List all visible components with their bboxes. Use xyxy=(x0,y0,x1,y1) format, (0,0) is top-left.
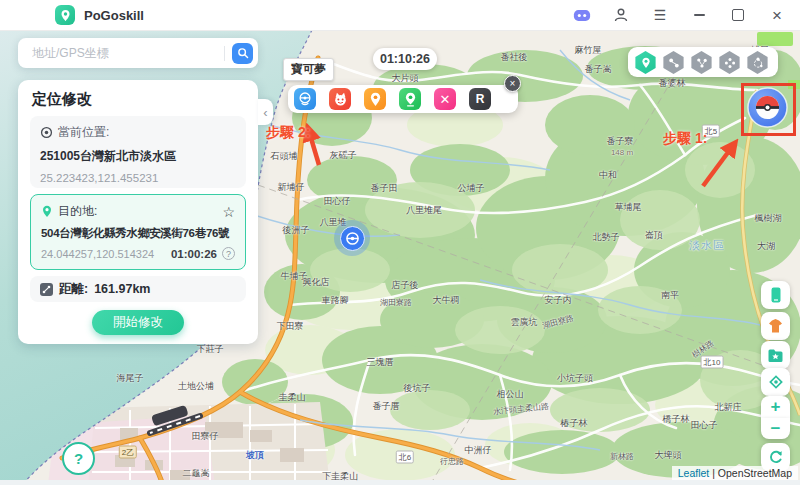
distance-box: 距離: 161.97km xyxy=(30,276,246,302)
current-location-marker[interactable] xyxy=(334,220,370,256)
osm-link[interactable]: OpenStreetMap xyxy=(718,467,792,479)
chevron-left-icon: ‹ xyxy=(263,105,267,120)
collapse-panel-button[interactable]: ‹ xyxy=(258,99,273,125)
favorite-star-icon[interactable]: ☆ xyxy=(222,204,235,220)
green-spot-icon[interactable] xyxy=(399,88,421,110)
minimize-button[interactable] xyxy=(690,6,708,24)
maximize-button[interactable] xyxy=(729,6,747,24)
step1-label: 步驟 1: xyxy=(663,130,707,148)
pink-x-icon[interactable]: ✕ xyxy=(434,88,456,110)
teleport-mode-icon[interactable] xyxy=(634,51,657,74)
distance-icon xyxy=(40,283,53,296)
search-divider xyxy=(224,46,225,61)
search-icon xyxy=(237,47,249,59)
app-logo-icon xyxy=(55,5,75,25)
account-icon[interactable] xyxy=(612,6,630,24)
pokeball-outline-icon xyxy=(340,226,365,251)
orange-spot-icon[interactable] xyxy=(364,88,386,110)
locate-icon xyxy=(768,374,784,390)
cooldown-shirt-button[interactable] xyxy=(761,312,790,340)
cooldown-help-icon[interactable]: ? xyxy=(222,247,235,260)
destination-box[interactable]: 目的地: ☆ 504台灣彰化縣秀水鄉安溪街76巷76號 24.044257,12… xyxy=(30,194,246,270)
destination-address: 504台灣彰化縣秀水鄉安溪街76巷76號 xyxy=(41,226,235,241)
zoom-out-button[interactable]: − xyxy=(761,418,790,439)
joystick-mode-icon[interactable] xyxy=(718,51,741,74)
distance-label: 距離: xyxy=(59,281,88,298)
mode-bar xyxy=(628,47,778,77)
search-button[interactable] xyxy=(232,43,253,64)
search-bar xyxy=(18,38,258,68)
close-button[interactable]: × xyxy=(768,6,786,24)
game-tooltip: 寶可夢 xyxy=(283,58,334,81)
games-toolbar: ✕ R xyxy=(288,85,518,113)
search-input[interactable] xyxy=(30,45,224,61)
current-location-box: 當前位置: 251005台灣新北市淡水區 25.223423,121.45523… xyxy=(30,116,246,188)
route-loop-mode-icon[interactable] xyxy=(746,51,769,74)
device-icon xyxy=(768,286,784,304)
collection-folder-button[interactable] xyxy=(761,341,790,369)
location-panel: 定位修改 ‹ 當前位置: 251005台灣新北市淡水區 25.223423,12… xyxy=(18,80,258,344)
app-window: 麻竹屋番社後埔尾番子嵩大片頭番婆林北5石頭埔灰磘子新埔仔番子田公埔子八里堆尾田心… xyxy=(0,0,800,485)
monster-hunter-icon[interactable] xyxy=(329,88,351,110)
pokemon-go-icon[interactable] xyxy=(294,88,316,110)
pokeball-icon xyxy=(747,87,788,128)
current-coords: 25.223423,121.455231 xyxy=(40,172,236,184)
help-button[interactable]: ? xyxy=(62,442,95,475)
destination-pokeball-marker[interactable] xyxy=(747,87,788,128)
map-timer: 01:10:26 xyxy=(373,48,437,70)
folder-star-icon xyxy=(767,348,784,363)
cooldown-timer: 01:00:26 xyxy=(171,248,217,260)
step2-label: 步驟 2: xyxy=(266,124,310,142)
map-attribution: Leaflet | OpenStreetMap xyxy=(672,466,798,480)
shirt-icon xyxy=(767,318,784,334)
two-spot-mode-icon[interactable] xyxy=(662,51,685,74)
app-title: PoGoskill xyxy=(84,8,144,23)
close-toolbar-icon[interactable]: × xyxy=(504,75,521,92)
menu-icon[interactable]: ☰ xyxy=(651,6,669,24)
destination-label: 目的地: xyxy=(58,203,97,220)
current-location-label: 當前位置: xyxy=(58,124,109,141)
multi-spot-mode-icon[interactable] xyxy=(690,51,713,74)
destination-coords: 24.044257,120.514324 xyxy=(41,248,154,260)
discord-icon[interactable] xyxy=(573,6,591,24)
r-app-icon[interactable]: R xyxy=(469,88,491,110)
current-address: 251005台灣新北市淡水區 xyxy=(40,148,236,165)
pin-icon xyxy=(41,205,53,218)
zoom-in-button[interactable]: + xyxy=(761,396,790,418)
leaflet-link[interactable]: Leaflet xyxy=(678,467,710,479)
panel-title: 定位修改 xyxy=(32,90,92,109)
reset-icon xyxy=(768,449,784,465)
start-modification-button[interactable]: 開始修改 xyxy=(92,310,184,335)
device-button[interactable] xyxy=(761,281,790,309)
locate-button[interactable] xyxy=(761,368,790,396)
window-bottom-edge xyxy=(0,480,800,485)
target-icon xyxy=(40,126,53,139)
distance-value: 161.97km xyxy=(94,282,150,296)
title-bar: PoGoskill ☰ × xyxy=(0,0,800,31)
